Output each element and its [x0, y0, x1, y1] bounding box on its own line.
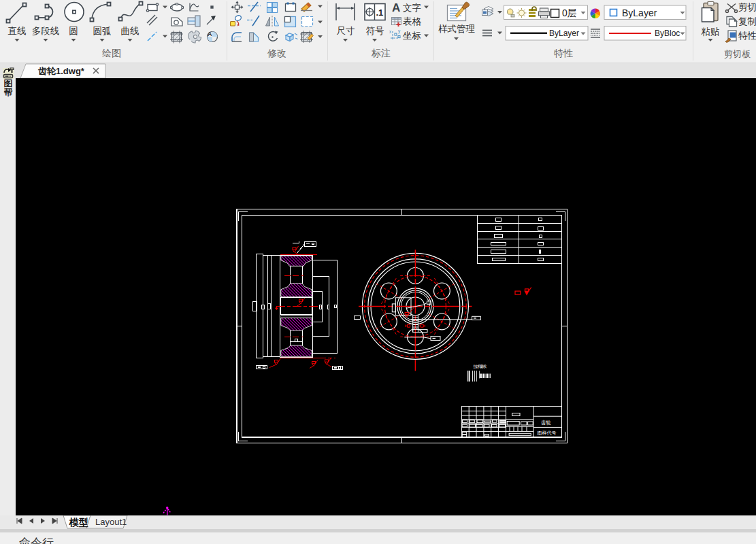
svg-text:图样代号: 图样代号 — [538, 430, 557, 436]
svg-text:模型: 模型 — [69, 517, 88, 528]
svg-text:齿轮: 齿轮 — [541, 420, 551, 426]
svg-text:Layout1: Layout1 — [95, 517, 127, 527]
svg-text:技术要求: 技术要求 — [473, 364, 487, 369]
